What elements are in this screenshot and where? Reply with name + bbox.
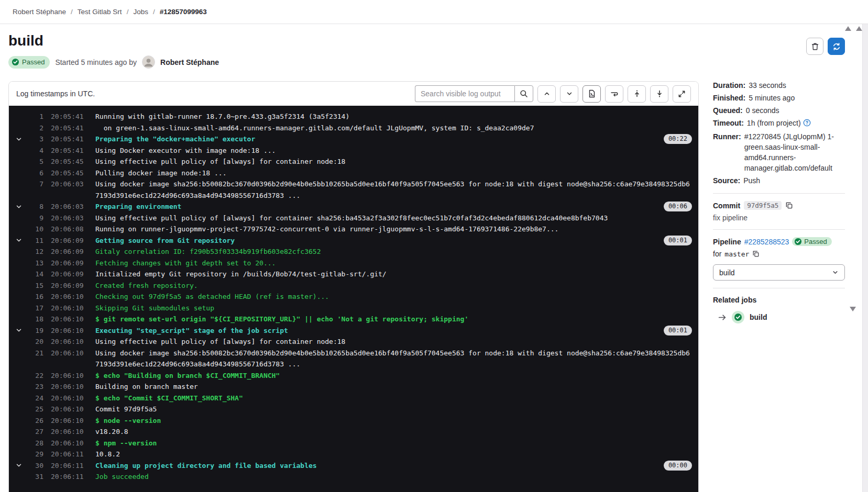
log-line-number[interactable]: 31 <box>29 471 43 483</box>
related-jobs-title: Related jobs <box>713 296 845 304</box>
fullscreen-icon <box>678 90 686 98</box>
help-icon[interactable] <box>803 119 811 129</box>
scroll-up-icon[interactable] <box>856 26 862 31</box>
log-line-number[interactable]: 26 <box>29 415 43 427</box>
erase-log-button[interactable] <box>806 38 823 55</box>
log-line-number[interactable]: 6 <box>29 167 43 179</box>
breadcrumb-item[interactable]: Robert Stéphane <box>13 8 66 16</box>
stage-select[interactable]: build <box>713 264 845 281</box>
log-timestamp: 20:05:41 <box>51 122 85 134</box>
log-line-number[interactable]: 27 <box>29 426 43 438</box>
log-line-number[interactable]: 12 <box>29 246 43 258</box>
copy-ref-button[interactable] <box>752 250 760 258</box>
retry-job-button[interactable] <box>828 38 845 55</box>
scroll-up-icon[interactable] <box>845 26 851 31</box>
log-line: 2020:06:10Using effective pull policy of… <box>9 336 698 348</box>
log-line-number[interactable]: 22 <box>29 370 43 382</box>
log-timestamp: 20:06:10 <box>51 325 85 337</box>
scroll-down-icon[interactable] <box>850 307 856 311</box>
collapse-chevron[interactable] <box>15 235 29 247</box>
next-match-button[interactable] <box>560 85 578 103</box>
log-line-number[interactable]: 18 <box>29 314 43 325</box>
section-duration-badge: 00:01 <box>664 326 692 336</box>
collapse-chevron[interactable] <box>15 325 29 337</box>
detail-row: Runner:#12270845 (JLgUopmM) 1-green.saas… <box>713 131 845 173</box>
log-line-number[interactable]: 19 <box>29 325 43 337</box>
log-line-number[interactable]: 15 <box>29 280 43 292</box>
log-line: 620:05:45Pulling docker image node:18 ..… <box>9 167 698 179</box>
log-text: v18.20.8 <box>95 426 692 438</box>
log-line-number[interactable]: 29 <box>29 449 43 460</box>
previous-match-button[interactable] <box>537 85 556 103</box>
log-line-number[interactable]: 2 <box>29 122 43 134</box>
related-job-item[interactable]: build <box>713 311 845 323</box>
collapse-chevron[interactable] <box>15 460 29 472</box>
chevron-down-icon <box>15 462 23 469</box>
log-line-number[interactable]: 20 <box>29 336 43 348</box>
collapse-chevron <box>15 145 29 156</box>
log-line-number[interactable]: 4 <box>29 145 43 156</box>
scroll-to-bottom-button[interactable] <box>650 85 668 103</box>
log-line-number[interactable]: 3 <box>29 133 43 145</box>
ref-name[interactable]: master <box>724 250 749 258</box>
pipeline-link[interactable]: #2285288523 <box>744 238 789 246</box>
wrap-lines-button[interactable] <box>605 85 623 103</box>
log-section-header[interactable]: 1920:06:10Executing "step_script" stage … <box>9 325 698 337</box>
log-line-number[interactable]: 7 <box>29 178 43 190</box>
log-text: Executing "step_script" stage of the job… <box>95 325 658 337</box>
log-line-number[interactable]: 21 <box>29 348 43 359</box>
log-line-number[interactable]: 16 <box>29 291 43 303</box>
log-line-number[interactable]: 8 <box>29 201 43 213</box>
log-line-number[interactable]: 1 <box>29 111 43 122</box>
collapse-chevron <box>15 246 29 258</box>
log-line: 120:05:41Running with gitlab-runner 18.7… <box>9 111 698 122</box>
log-line: 420:05:41Using Docker executor with imag… <box>9 145 698 156</box>
log-timestamp: 20:06:10 <box>51 415 85 427</box>
scrollbar[interactable] <box>862 24 868 492</box>
breadcrumb-item[interactable]: Test Gitlab Srt <box>78 8 122 16</box>
arrow-right-icon <box>718 313 727 322</box>
log-line-number[interactable]: 5 <box>29 156 43 167</box>
log-line: 220:05:41 on green-1.saas-linux-small-am… <box>9 122 698 134</box>
detail-value: #12270845 (JLgUopmM) 1-green.saas-linux-… <box>744 131 845 173</box>
log-line-number[interactable]: 28 <box>29 438 43 449</box>
collapse-chevron <box>15 449 29 460</box>
log-section-header[interactable]: 3020:06:11Cleaning up project directory … <box>9 460 698 472</box>
log-line: 2720:06:10v18.20.8 <box>9 426 698 438</box>
log-line-number[interactable]: 17 <box>29 303 43 314</box>
log-line-number[interactable]: 11 <box>29 235 43 247</box>
log-line-number[interactable]: 30 <box>29 460 43 472</box>
chevron-down-icon <box>15 327 23 334</box>
search-input[interactable] <box>415 85 514 102</box>
collapse-chevron <box>15 213 29 224</box>
log-line-number[interactable]: 25 <box>29 404 43 415</box>
breadcrumb-item[interactable]: #12857099963 <box>160 8 207 16</box>
log-line-number[interactable]: 10 <box>29 223 43 235</box>
collapse-chevron <box>15 381 29 393</box>
log-line-number[interactable]: 9 <box>29 213 43 224</box>
scroll-to-top-button[interactable] <box>628 85 646 103</box>
detail-label: Duration: <box>713 80 745 91</box>
wrap-lines-icon <box>610 90 619 98</box>
log-line-number[interactable]: 23 <box>29 381 43 393</box>
log-line-number[interactable]: 24 <box>29 393 43 404</box>
log-section-header[interactable]: 820:06:03Preparing environment00:06 <box>9 201 698 213</box>
log-section-header[interactable]: 1120:06:09Getting source from Git reposi… <box>9 235 698 247</box>
log-line-number[interactable]: 13 <box>29 258 43 269</box>
copy-commit-button[interactable] <box>785 202 793 209</box>
user-name-link[interactable]: Robert Stéphane <box>160 58 219 66</box>
collapse-chevron[interactable] <box>15 201 29 213</box>
breadcrumb-item[interactable]: Jobs <box>133 8 148 16</box>
log-timestamp: 20:06:03 <box>51 201 85 213</box>
log-section-header[interactable]: 320:05:41Preparing the "docker+machine" … <box>9 133 698 145</box>
show-raw-log-button[interactable] <box>583 85 601 103</box>
fullscreen-button[interactable] <box>673 85 691 103</box>
log-line-number[interactable]: 14 <box>29 269 43 280</box>
commit-sha[interactable]: 97d9f5a5 <box>744 201 782 210</box>
search-button[interactable] <box>514 85 533 102</box>
copy-icon <box>752 250 760 258</box>
avatar[interactable] <box>142 55 155 69</box>
detail-value: 1h (from project) <box>747 118 811 129</box>
collapse-chevron[interactable] <box>15 133 29 145</box>
pipeline-status-badge: Passed <box>792 237 831 246</box>
